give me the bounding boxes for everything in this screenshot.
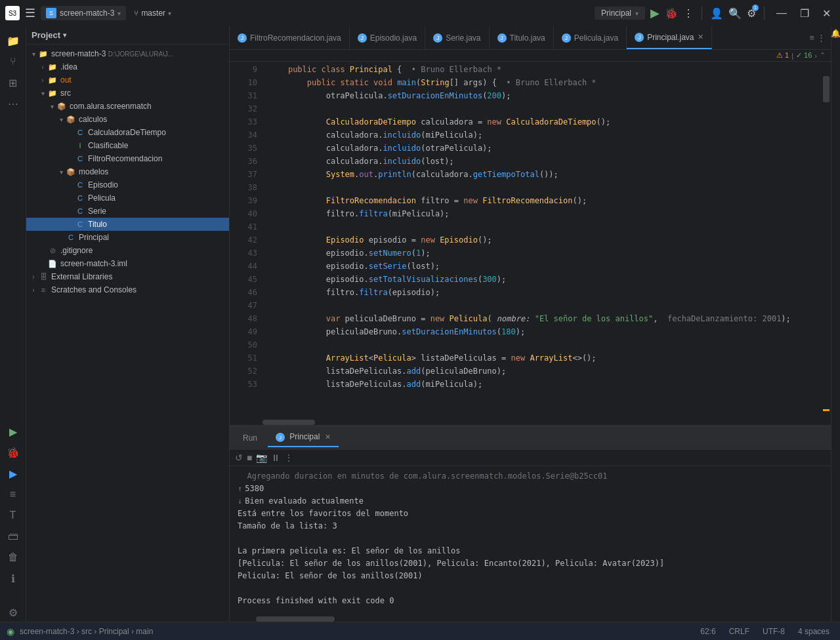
profile-icon[interactable]: 👤: [710, 7, 723, 20]
editor-scrollbar[interactable]: [822, 62, 831, 420]
tab-principal[interactable]: J Principal.java ✕: [627, 26, 711, 49]
editor-tabs: J FiltroRecomendacion.java J Episodio.ja…: [230, 26, 831, 50]
search-icon[interactable]: 🔍: [728, 7, 742, 20]
chevron-down-icon: ▾: [63, 31, 66, 39]
file-icon: ⊘: [47, 245, 58, 256]
tab-icon: J: [433, 33, 442, 43]
bottom-tab-principal[interactable]: J Principal ✕: [268, 428, 339, 448]
code-line-33: CalculadoraDeTiempo calculadora = new Ca…: [269, 115, 822, 129]
minimize-button[interactable]: —: [772, 6, 791, 20]
tree-item-modelos[interactable]: ▾ 📦 modelos: [26, 165, 229, 178]
tab-list-icon[interactable]: ≡: [809, 33, 814, 43]
code-line-47: [269, 299, 822, 312]
sidebar-icon-settings2[interactable]: ⚙: [4, 603, 22, 622]
restart-icon[interactable]: ↺: [235, 452, 243, 463]
tab-icon: J: [562, 33, 571, 43]
tab-icon: J: [497, 33, 507, 43]
more-actions-icon[interactable]: ⋮: [683, 7, 694, 20]
tree-item-serie[interactable]: C Serie: [26, 205, 229, 218]
sidebar-icon-debug[interactable]: 🐞: [4, 443, 22, 462]
sidebar-icon-delete[interactable]: 🗑: [4, 548, 22, 567]
code-content[interactable]: public class Principal { • Bruno Ellerba…: [262, 62, 822, 420]
folder-icon: 📁: [47, 62, 58, 72]
line-numbers: 9 10 31 32 33 34 35 36 37 38 39 40 41 42…: [230, 62, 262, 420]
sidebar-icon-run[interactable]: ▶: [4, 422, 22, 441]
tree-item-gitignore[interactable]: ⊘ .gitignore: [26, 244, 229, 257]
debug-button[interactable]: 🐞: [665, 7, 678, 20]
sidebar-icon-structure[interactable]: ⊞: [4, 73, 22, 92]
tree-item-extlibs[interactable]: › 🗄 External Libraries: [26, 270, 229, 283]
close-window-button[interactable]: ✕: [818, 6, 835, 21]
tree-item-src[interactable]: ▾ 📁 src: [26, 87, 229, 100]
console-close-icon[interactable]: ✕: [325, 433, 331, 441]
tree-item-filtro[interactable]: C FiltroRecomendacion: [26, 152, 229, 165]
tree-item-iml[interactable]: 📄 screen-match-3.iml: [26, 257, 229, 270]
status-indent[interactable]: 4 spaces: [794, 627, 833, 636]
expand-icon[interactable]: ⌃: [820, 51, 826, 60]
status-encoding[interactable]: UTF-8: [759, 627, 789, 636]
sidebar-icon-folder[interactable]: 📁: [4, 31, 22, 50]
tree-item-episodio[interactable]: C Episodio: [26, 178, 229, 191]
maximize-button[interactable]: ❐: [796, 6, 813, 21]
tree-item-scratches[interactable]: › ≡ Scratches and Consoles: [26, 283, 229, 296]
more-icon[interactable]: ⋮: [284, 452, 293, 463]
tab-actions: ≡ ⋮: [804, 26, 831, 49]
code-line-37: System.out.println(calculadora.getTiempo…: [269, 168, 822, 181]
tab-filtro[interactable]: J FiltroRecomendacion.java: [230, 26, 350, 49]
arrow-down-icon: ↓: [238, 495, 242, 508]
code-line-52: listaDePeliculas.add(peliculaDeBruno);: [269, 365, 822, 378]
tree-item-root[interactable]: ▾ 📁 screen-match-3 D:\JORGE\ALURA\J...: [26, 47, 229, 60]
class-icon: C: [75, 219, 85, 230]
console-line-9: [238, 582, 823, 595]
tab-serie[interactable]: J Serie.java: [425, 26, 489, 49]
sidebar-icon-db[interactable]: 🗃: [4, 527, 22, 546]
sidebar-icon-commit[interactable]: ⑂: [4, 52, 22, 71]
library-icon: 🗄: [38, 271, 49, 282]
tree-item-pelicula[interactable]: C Pelicula: [26, 191, 229, 205]
sidebar-icon-build[interactable]: ≡: [4, 485, 22, 504]
editor-hscrollbar[interactable]: [230, 420, 831, 425]
project-panel-header[interactable]: Project ▾: [26, 26, 229, 45]
tab-titulo[interactable]: J Titulo.java: [490, 26, 554, 49]
status-path: screen-match-3 › src › Principal › main: [20, 627, 153, 636]
tab-pelicula[interactable]: J Pelicula.java: [554, 26, 627, 49]
code-editor[interactable]: 9 10 31 32 33 34 35 36 37 38 39 40 41 42…: [230, 62, 831, 420]
sidebar-icon-info[interactable]: ℹ: [4, 569, 22, 588]
sidebar-icon-more[interactable]: ⋯: [4, 94, 22, 113]
tree-item-calculos[interactable]: ▾ 📦 calculos: [26, 113, 229, 126]
tree-item-titulo[interactable]: C Titulo: [26, 218, 229, 231]
tree-item-idea[interactable]: › 📁 .idea: [26, 60, 229, 73]
folder-icon: 📁: [47, 88, 58, 98]
console-hscrollbar[interactable]: [230, 616, 831, 622]
project-tab[interactable]: S screen-match-3 ▾: [41, 6, 126, 20]
hamburger-icon[interactable]: ☰: [25, 6, 35, 20]
right-icon-notifications[interactable]: 🔔: [831, 29, 840, 38]
class-icon: C: [66, 232, 76, 243]
tree-item-calculadora[interactable]: C CalculadoraDeTiempo: [26, 126, 229, 139]
settings-icon[interactable]: ⚙ 1: [747, 7, 756, 20]
tree-item-principal[interactable]: C Principal: [26, 231, 229, 244]
bottom-tabs-bar: Run J Principal ✕: [230, 426, 831, 450]
tree-item-out[interactable]: › 📁 out: [26, 73, 229, 87]
sidebar-icon-text[interactable]: T: [4, 506, 22, 525]
code-line-44: episodio.setSerie(lost);: [269, 260, 822, 273]
vcs-branch[interactable]: ⑂ master ▾: [134, 9, 171, 18]
run-button[interactable]: ▶: [650, 6, 660, 20]
tree-item-clasificable[interactable]: I Clasificable: [26, 139, 229, 152]
tab-close-icon[interactable]: ✕: [698, 33, 704, 41]
sidebar-icon-terminal[interactable]: ▶: [4, 464, 22, 483]
stop-icon[interactable]: ■: [247, 452, 252, 463]
run-config[interactable]: Principal ▾: [595, 7, 645, 20]
tab-more-icon[interactable]: ⋮: [817, 33, 826, 43]
pause-icon[interactable]: ⏸: [271, 452, 280, 463]
app-logo: S3: [5, 6, 20, 20]
console-line-2-wrap: ↓ Bien evaluado actualmente: [238, 495, 823, 508]
tab-episodio[interactable]: J Episodio.java: [350, 26, 425, 49]
status-line-ending[interactable]: CRLF: [725, 627, 753, 636]
status-position[interactable]: 62:6: [696, 627, 719, 636]
screenshot-icon[interactable]: 📷: [256, 452, 267, 463]
bottom-tab-run[interactable]: Run: [235, 430, 265, 447]
tree-item-com[interactable]: ▾ 📦 com.alura.screenmatch: [26, 100, 229, 113]
expand-icon: ›: [38, 64, 47, 71]
console-line-0: Agregando duracion en minutos de com.alu…: [238, 470, 823, 483]
